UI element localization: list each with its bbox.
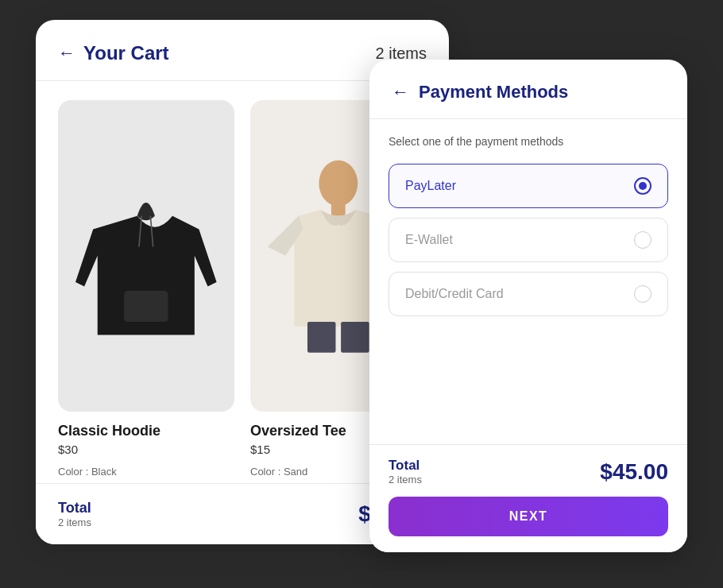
payment-subtitle: Select one of the payment methods [389,135,668,148]
cart-title: Your Cart [83,42,169,64]
payment-option-card[interactable]: Debit/Credit Card [389,272,668,316]
payment-total-amount: $45.00 [600,459,668,485]
payment-header: ← Payment Methods [369,60,687,119]
payment-body: Select one of the payment methods PayLat… [369,119,687,342]
svg-rect-6 [341,322,369,353]
payment-option-paylater[interactable]: PayLater [389,164,668,208]
radio-card [634,285,651,303]
cart-back-icon[interactable]: ← [58,43,75,64]
payment-option-ewallet[interactable]: E-Wallet [389,218,668,262]
product-name-hoodie: Classic Hoodie [58,423,234,439]
cart-total-items: 2 items [58,516,91,528]
payment-total-items: 2 items [389,474,422,485]
radio-ewallet [634,231,651,249]
card-label: Debit/Credit Card [405,287,504,301]
cart-footer-left: Total 2 items [58,500,91,528]
payment-back-icon[interactable]: ← [392,82,409,103]
product-image-hoodie [58,100,234,412]
ewallet-label: E-Wallet [405,233,453,247]
cart-header-left: ← Your Cart [58,42,169,64]
payment-card: ← Payment Methods Select one of the paym… [369,60,687,552]
svg-rect-0 [124,291,168,322]
cart-total-label: Total [58,500,91,516]
payment-title: Payment Methods [419,82,568,103]
payment-footer: Total 2 items $45.00 NEXT [369,444,687,552]
payment-total-label: Total [389,458,422,474]
payment-total-row: Total 2 items $45.00 [389,458,668,485]
radio-paylater [634,177,651,195]
payment-total-left: Total 2 items [389,458,422,485]
product-price-hoodie: $30 [58,443,234,456]
paylater-label: PayLater [405,179,456,193]
next-button[interactable]: NEXT [389,497,668,536]
svg-rect-5 [307,322,336,353]
svg-point-3 [319,161,358,207]
product-card-hoodie: Classic Hoodie $30 Color : BlackSize : L… [58,100,234,412]
